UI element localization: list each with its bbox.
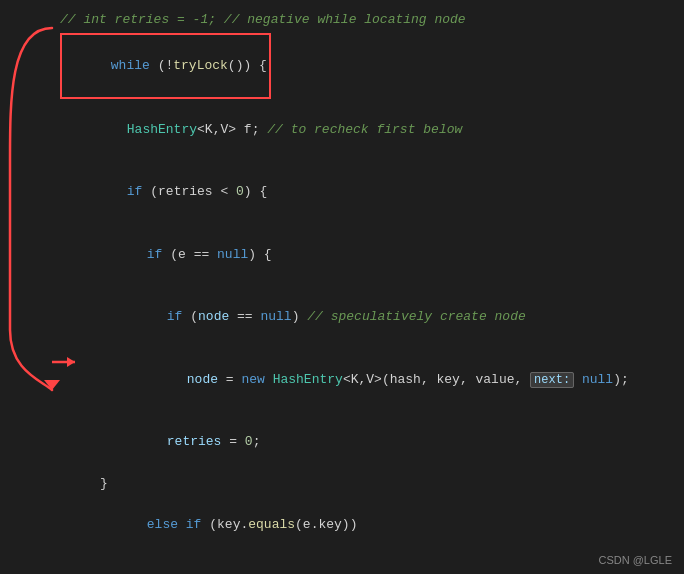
code-line: if (e == null) { (60, 224, 664, 286)
while-line: while (!tryLock()) { (60, 33, 664, 99)
code-line: // int retries = -1; // negative while l… (60, 10, 664, 31)
code-line: } (60, 474, 664, 495)
code-block: // int retries = -1; // negative while l… (0, 0, 684, 574)
watermark: CSDN @LGLE (598, 554, 672, 566)
code-line: retries = 0; (60, 411, 664, 473)
code-line: if (retries < 0) { (60, 162, 664, 224)
code-line: retries = 0; (60, 557, 664, 574)
code-line: node = new HashEntry<K,V>(hash, key, val… (60, 349, 664, 411)
code-line: if (node == null) // speculatively creat… (60, 286, 664, 348)
code-line: HashEntry<K,V> f; // to recheck first be… (60, 99, 664, 161)
code-line: else if (key.equals(e.key)) (60, 494, 664, 556)
while-circle: while (!tryLock()) { (60, 33, 271, 99)
